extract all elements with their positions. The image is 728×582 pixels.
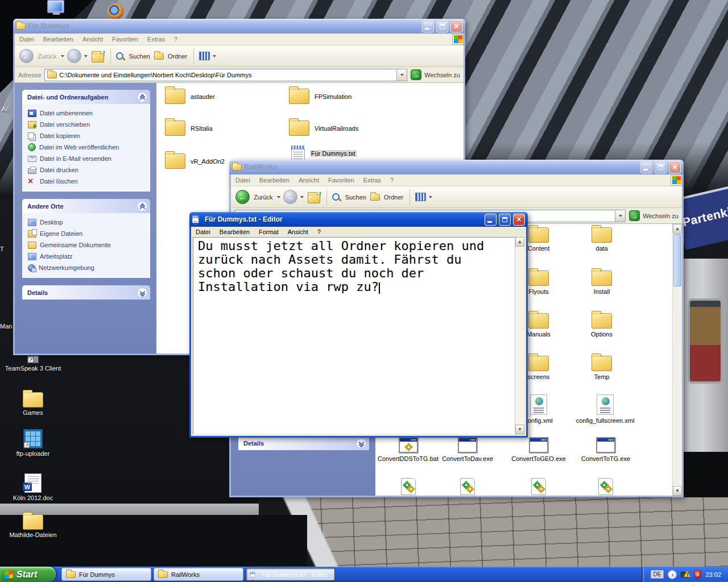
task-publish-web[interactable]: Datei im Web veröffentlichen [28, 143, 147, 151]
desktop-icon-my-computer[interactable] [23, 0, 89, 13]
views-dropdown-icon[interactable] [429, 196, 432, 198]
forward-button[interactable]: → [283, 190, 297, 204]
menu-bearbeiten[interactable]: Bearbeiten [39, 36, 78, 43]
task-email[interactable]: Datei in E-Mail versenden [28, 155, 147, 163]
taskbar-item-editor[interactable]: Für Dummys.txt - Editor [246, 568, 335, 581]
forward-button[interactable]: → [67, 49, 81, 63]
chevron-up-icon[interactable] [137, 201, 147, 211]
menu-datei[interactable]: Datei [231, 177, 255, 184]
file-item[interactable]: ConvertToGEO.exe [504, 437, 573, 462]
file-item-partial[interactable] [572, 478, 640, 495]
folder-item[interactable]: Options [574, 313, 629, 338]
close-button[interactable] [513, 214, 525, 226]
warning-tray-icon[interactable]: ! [681, 571, 690, 579]
file-item-partial[interactable] [433, 478, 502, 495]
menu-bearbeiten[interactable]: Bearbeiten [215, 228, 254, 235]
go-button[interactable]: → Wechseln zu [629, 210, 679, 221]
place-my-documents[interactable]: Eigene Dateien [28, 230, 147, 238]
vertical-scrollbar[interactable]: ▲ ▼ [515, 237, 524, 434]
menu-datei[interactable]: Datei [191, 228, 215, 235]
security-shield-icon[interactable]: × [694, 570, 701, 579]
forward-dropdown-icon[interactable] [84, 55, 88, 57]
back-button[interactable]: ← [19, 49, 34, 63]
menu-favoriten[interactable]: Favoriten [324, 177, 359, 184]
menu-format[interactable]: Format [254, 228, 283, 235]
start-button[interactable]: Start [0, 567, 56, 582]
file-item[interactable]: vR_AddOn2 [165, 153, 225, 169]
minimize-button[interactable] [485, 214, 497, 226]
panel-header[interactable]: Details [22, 285, 150, 300]
folder-item[interactable]: Install [574, 271, 629, 295]
folders-button[interactable]: Ordner [168, 53, 187, 60]
file-item-partial[interactable] [504, 478, 573, 495]
file-item[interactable]: ConvertToTG.exe [572, 437, 640, 462]
desktop-icon-teamspeak[interactable]: ↗ TeamSpeak 3 Client [0, 356, 66, 372]
hide-icons-chevron[interactable]: ‹ [668, 570, 677, 579]
menu-ansicht[interactable]: Ansicht [294, 177, 324, 184]
file-item[interactable]: RSItalia [165, 120, 213, 136]
panel-header[interactable]: Andere Orte [22, 199, 150, 213]
views-dropdown-icon[interactable] [213, 55, 216, 57]
maximize-button[interactable] [499, 214, 511, 226]
desktop-icon-koeln-doc[interactable]: W Köln 2012.doc [0, 473, 66, 501]
search-button[interactable]: Suchen [129, 53, 150, 60]
scroll-down-icon[interactable]: ▼ [515, 425, 524, 434]
menu-datei[interactable]: Datei [15, 36, 39, 43]
back-dropdown-icon[interactable] [61, 55, 64, 57]
menu-help[interactable]: ? [386, 177, 398, 184]
desktop-icon-mathilde[interactable]: Mathilde-Dateien [0, 514, 66, 538]
address-input[interactable]: C:\Dokumente und Einstellungen\Norbert K… [44, 69, 407, 81]
menu-extras[interactable]: Extras [359, 177, 386, 184]
title-bar[interactable]: Für Dummys.txt - Editor [189, 212, 528, 227]
forward-dropdown-icon[interactable] [300, 196, 304, 198]
back-button[interactable]: ← [235, 190, 250, 204]
menu-ansicht[interactable]: Ansicht [78, 36, 107, 43]
menu-help[interactable]: ? [169, 36, 182, 43]
address-dropdown-button[interactable] [396, 69, 407, 81]
folders-button[interactable]: Ordner [384, 194, 403, 201]
scroll-up-icon[interactable]: ▲ [515, 237, 524, 247]
folder-item[interactable]: data [574, 227, 629, 252]
address-dropdown-button[interactable] [615, 210, 625, 222]
menu-favoriten[interactable]: Favoriten [107, 36, 143, 43]
task-delete[interactable]: Datei löschen [28, 177, 147, 185]
maximize-button[interactable] [436, 20, 448, 32]
scroll-down-icon[interactable]: ▼ [673, 486, 682, 496]
vertical-scrollbar[interactable]: ▲ ▼ [672, 224, 682, 496]
taskbar-item-fur-dummys[interactable]: Für Dummys [61, 568, 151, 581]
menu-help[interactable]: ? [313, 228, 325, 235]
panel-header[interactable]: Datei- und Ordneraufgaben [22, 90, 150, 104]
up-folder-button[interactable]: ↑ [307, 191, 321, 203]
desktop-icon-firefox[interactable] [82, 3, 148, 19]
scroll-up-icon[interactable]: ▲ [673, 224, 682, 234]
text-editor-area[interactable]: Du musst jetzt all Ordner kopieren und z… [193, 237, 524, 434]
go-button[interactable]: → Wechseln zu [411, 69, 460, 80]
place-my-computer[interactable]: Arbeitsplatz [28, 252, 147, 260]
chevron-up-icon[interactable] [137, 92, 147, 102]
file-item[interactable]: VirtualRailroads [289, 120, 358, 136]
place-desktop[interactable]: Desktop [28, 218, 147, 226]
maximize-button[interactable] [655, 161, 667, 173]
language-indicator[interactable]: DE [651, 570, 664, 579]
scrollbar-thumb[interactable] [673, 234, 681, 286]
desktop-icon-games[interactable]: Games [0, 392, 66, 416]
menu-bearbeiten[interactable]: Bearbeiten [255, 177, 294, 184]
views-icon[interactable] [415, 193, 426, 201]
place-network[interactable]: Netzwerkumgebung [28, 264, 147, 272]
file-item[interactable]: config_fullscreen.xml [569, 394, 642, 424]
minimize-button[interactable] [640, 161, 652, 173]
panel-header[interactable]: Details [238, 436, 369, 450]
task-print[interactable]: Datei drucken [28, 166, 147, 174]
folder-item[interactable]: Temp [574, 356, 629, 380]
desktop-icon-ftp-uploader[interactable]: ↗ ftp-uploader [0, 429, 66, 457]
title-bar[interactable]: RailWorks [229, 160, 684, 174]
task-move[interactable]: Datei verschieben [28, 120, 147, 128]
back-dropdown-icon[interactable] [277, 196, 280, 198]
task-copy[interactable]: Datei kopieren [28, 132, 147, 140]
chevron-down-icon[interactable] [356, 438, 366, 448]
close-button[interactable] [450, 20, 462, 32]
file-item[interactable]: ConvertToDav.exe [433, 437, 502, 462]
chevron-down-icon[interactable] [137, 288, 147, 298]
menu-extras[interactable]: Extras [143, 36, 169, 43]
file-item[interactable]: FPSimulation [289, 89, 351, 104]
